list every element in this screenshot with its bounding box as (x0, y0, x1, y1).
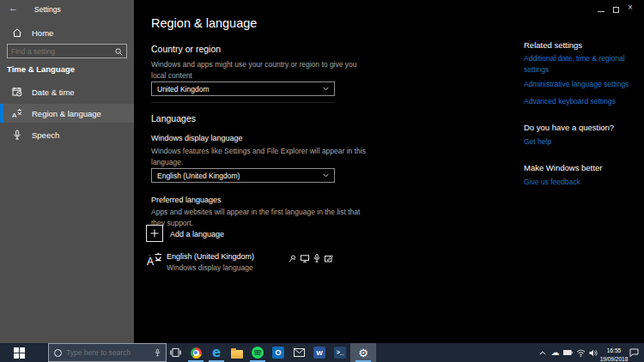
windows-logo-icon (14, 347, 25, 359)
home-icon (11, 27, 22, 39)
svg-text:¨: ¨ (149, 254, 150, 259)
tray-chevron-up[interactable] (538, 346, 548, 359)
tray-volume[interactable] (587, 346, 598, 359)
plus-icon (150, 229, 159, 238)
add-language-label[interactable]: Add a language (170, 230, 224, 238)
link-get-help[interactable]: Get help (524, 136, 551, 148)
tray-network[interactable] (575, 346, 586, 359)
default-pin-icon (289, 255, 296, 262)
sidebar: ← Settings Home Time & Language Date & t… (0, 0, 134, 343)
taskbar-search[interactable] (48, 343, 167, 362)
mail-icon (294, 348, 305, 357)
taskbar-clock[interactable]: 16:55 19/09/2018 (598, 347, 629, 362)
search-input[interactable] (11, 47, 115, 56)
sidebar-item-label: Region & language (32, 109, 101, 118)
preferred-languages-label: Preferred languages (151, 196, 222, 204)
taskbar-app-spotify[interactable] (251, 346, 264, 359)
section-divider (151, 102, 335, 103)
improve-heading: Make Windows better (524, 163, 602, 172)
task-view-button[interactable] (168, 346, 182, 359)
preferred-languages-description: Apps and websites will appear in the fir… (151, 207, 360, 229)
microphone-icon[interactable] (155, 348, 161, 357)
back-button[interactable]: ← (9, 3, 18, 13)
task-view-icon (170, 347, 181, 358)
display-language-value: English (United Kingdom) (157, 172, 240, 180)
chrome-icon (191, 347, 202, 359)
translate-icon: A¨ (146, 250, 163, 268)
region-language-icon: A (11, 108, 22, 119)
handwriting-icon (325, 255, 333, 262)
minimize-button[interactable] (598, 11, 605, 12)
sidebar-item-speech[interactable]: Speech (0, 125, 134, 144)
country-region-dropdown[interactable]: United Kingdom (151, 81, 335, 96)
cortana-icon[interactable] (54, 349, 62, 357)
taskbar: e O W >_ ⚙ ☁ (0, 343, 644, 362)
taskbar-app-file-explorer[interactable] (230, 346, 244, 359)
edge-icon: e (212, 347, 221, 359)
gear-icon: ⚙ (358, 347, 368, 359)
country-region-description: Windows and apps might use your country … (151, 59, 357, 81)
search-icon[interactable] (115, 44, 123, 59)
country-region-value: United Kingdom (157, 85, 209, 94)
action-center-button[interactable] (628, 346, 640, 359)
action-center-icon (629, 348, 639, 357)
taskbar-app-settings-active[interactable]: ⚙ (350, 343, 376, 362)
add-language-button[interactable] (146, 225, 163, 242)
outlook-icon: O (272, 347, 284, 359)
sidebar-item-home[interactable]: Home (0, 23, 134, 42)
sidebar-item-date-time[interactable]: Date & time (0, 82, 134, 101)
chevron-down-icon (323, 87, 329, 91)
microphone-icon (11, 130, 22, 141)
start-button[interactable] (12, 346, 26, 359)
taskbar-app-word[interactable]: W (313, 346, 326, 359)
speech-icon (313, 254, 320, 262)
tray-onedrive[interactable]: ☁ (550, 346, 561, 359)
taskbar-app-mail[interactable] (292, 346, 306, 359)
wifi-icon (576, 349, 586, 357)
maximize-button[interactable] (613, 7, 619, 13)
display-language-label: Windows display language (151, 134, 243, 142)
battery-icon (563, 350, 573, 355)
chevron-up-icon (539, 351, 546, 355)
sidebar-item-region-language[interactable]: A Region & language (0, 104, 134, 123)
page-title: Region & language (151, 16, 257, 30)
country-region-heading: Country or region (151, 44, 221, 54)
spotify-icon (252, 347, 264, 359)
question-heading: Do you have a question? (524, 123, 614, 132)
related-settings-heading: Related settings (524, 40, 582, 50)
chevron-down-icon (323, 173, 329, 178)
language-feature-icons (289, 254, 333, 262)
clock-time: 16:55 (598, 347, 629, 355)
display-language-description: Windows features like Settings and File … (151, 146, 366, 168)
taskbar-app-outlook[interactable]: O (271, 346, 285, 359)
languages-heading: Languages (151, 113, 196, 124)
svg-text:A: A (12, 112, 17, 118)
link-administrative-language[interactable]: Administrative language settings (524, 79, 629, 90)
file-explorer-icon (231, 350, 243, 359)
word-icon: W (313, 347, 325, 359)
close-button[interactable]: × (628, 3, 633, 12)
clock-date: 19/09/2018 (598, 355, 629, 362)
link-advanced-keyboard[interactable]: Advanced keyboard settings (524, 96, 616, 107)
sidebar-section-title: Time & Language (7, 64, 75, 74)
sidebar-item-label: Date & time (32, 87, 75, 97)
onedrive-cloud-icon: ☁ (551, 348, 560, 357)
taskbar-app-chrome[interactable] (189, 346, 203, 359)
sidebar-item-label: Home (32, 28, 53, 38)
volume-icon (589, 349, 598, 357)
calendar-clock-icon (11, 87, 22, 98)
taskbar-app-edge[interactable]: e (210, 346, 223, 359)
link-give-feedback[interactable]: Give us feedback (524, 177, 580, 188)
sidebar-item-label: Speech (32, 130, 59, 140)
tray-battery[interactable] (562, 346, 574, 359)
taskbar-search-input[interactable] (66, 348, 150, 357)
selected-accent-bar (0, 104, 3, 123)
app-title: Settings (34, 5, 61, 14)
language-item-note: Windows display language (167, 262, 253, 274)
sidebar-search[interactable] (7, 44, 127, 58)
taskbar-app-powershell[interactable]: >_ (333, 346, 347, 359)
language-item-name[interactable]: English (United Kingdom) (167, 252, 254, 261)
settings-window: × ← Settings Home Time & Language Date &… (0, 0, 644, 362)
link-additional-date-time-regional[interactable]: Additional date, time & regional setting… (524, 53, 625, 75)
display-language-dropdown[interactable]: English (United Kingdom) (151, 168, 335, 183)
